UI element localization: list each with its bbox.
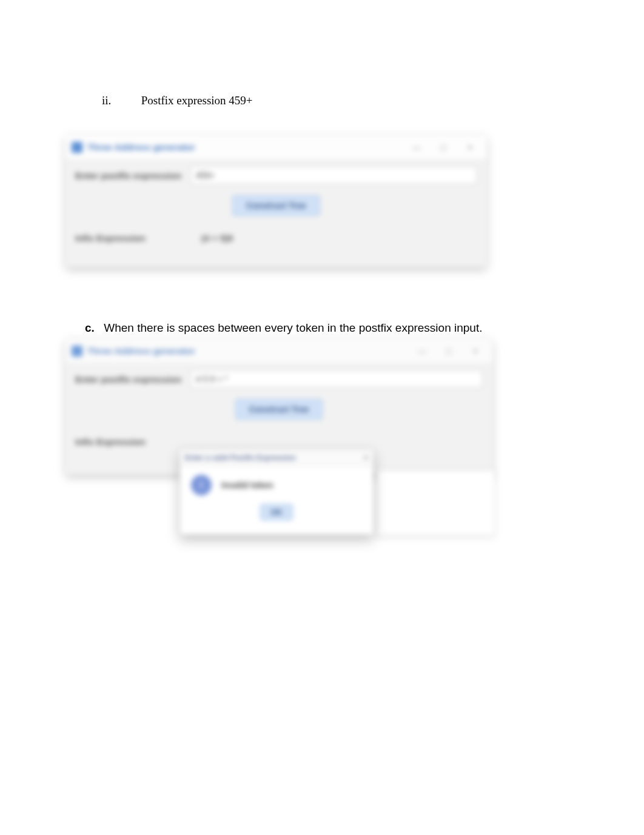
heading-c-letter: c.: [85, 321, 101, 335]
button-row: Construct Tree: [65, 391, 492, 431]
dialog-close-button[interactable]: ×: [354, 454, 368, 462]
dialog-body: i Invalid token: [180, 466, 373, 500]
window-title: Three Address generator: [87, 142, 408, 152]
minimize-button[interactable]: —: [414, 344, 431, 358]
input-row: Enter postfix expression: [65, 160, 487, 187]
info-icon: i: [191, 475, 212, 495]
maximize-button[interactable]: □: [435, 141, 452, 154]
minimize-button[interactable]: —: [408, 141, 425, 154]
dialog-titlebar[interactable]: Enter a valid Postfix Expression ×: [180, 449, 373, 466]
app-icon: [72, 346, 82, 357]
dialog-actions: OK: [180, 500, 373, 526]
dialog-message: Invalid token: [221, 480, 273, 490]
heading-ii: ii. Postfix expression 459+: [102, 94, 253, 107]
input-row: Enter postfix expression: [65, 364, 492, 391]
result-label: Infix Expression: [75, 437, 190, 447]
close-button[interactable]: ×: [467, 344, 484, 358]
maximize-button[interactable]: □: [440, 344, 457, 358]
window-controls: — □ ×: [414, 344, 486, 358]
result-value: (4 + 5)9: [190, 233, 233, 243]
ok-button[interactable]: OK: [260, 504, 293, 520]
construct-tree-button[interactable]: Construct Tree: [235, 399, 323, 420]
input-label: Enter postfix expression: [75, 170, 190, 181]
background-panel: [376, 470, 495, 535]
postfix-input[interactable]: [190, 166, 477, 184]
heading-c-text: When there is spaces between every token…: [104, 321, 482, 334]
dialog-title-text: Enter a valid Postfix Expression: [185, 454, 296, 462]
result-row: Infix Expression (4 + 5)9: [65, 227, 487, 252]
titlebar[interactable]: Three Address generator — □ ×: [65, 135, 487, 160]
app-icon: [72, 142, 82, 153]
titlebar[interactable]: Three Address generator — □ ×: [65, 338, 492, 364]
heading-ii-text: Postfix expression 459+: [141, 94, 253, 107]
app-window-1: Three Address generator — □ × Enter post…: [65, 135, 487, 267]
input-label: Enter postfix expression: [75, 374, 190, 384]
button-row: Construct Tree: [65, 187, 487, 227]
postfix-input[interactable]: [190, 370, 483, 388]
close-button[interactable]: ×: [461, 141, 478, 154]
window-controls: — □ ×: [408, 141, 481, 154]
window-title: Three Address generator: [87, 346, 414, 356]
heading-c: c. When there is spaces between every to…: [85, 321, 482, 335]
construct-tree-button[interactable]: Construct Tree: [232, 195, 320, 216]
error-dialog: Enter a valid Postfix Expression × i Inv…: [179, 449, 374, 535]
result-label: Infix Expression: [75, 233, 190, 243]
heading-ii-number: ii.: [102, 94, 138, 107]
